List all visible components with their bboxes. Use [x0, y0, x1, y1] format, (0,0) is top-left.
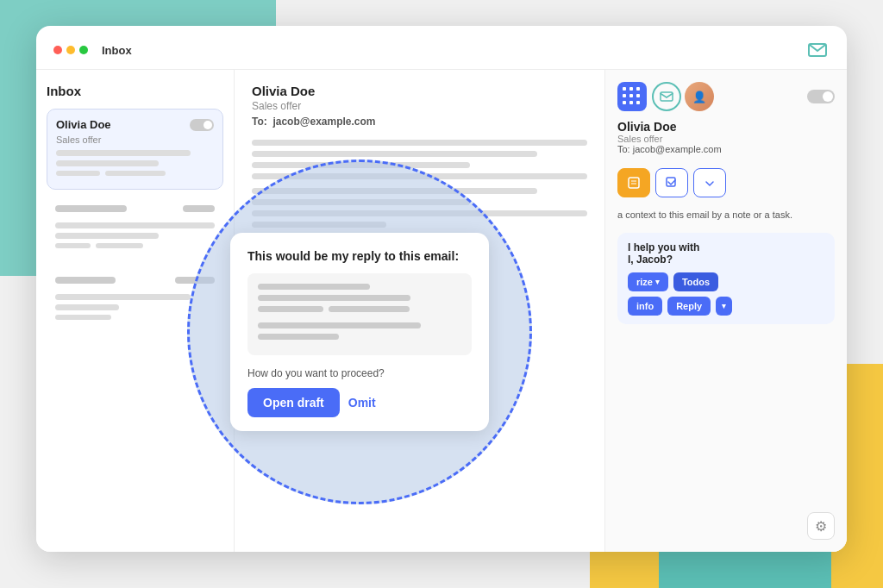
placeholder — [56, 171, 100, 176]
summarize-button[interactable]: rize ▾ — [628, 272, 668, 291]
reply-dropdown-button[interactable]: ▾ — [716, 297, 732, 316]
reply-caret: ▾ — [722, 302, 726, 310]
popup-card: This would be my reply to this email: Ho… — [230, 233, 489, 432]
placeholder — [258, 284, 370, 290]
placeholder — [55, 294, 191, 300]
crm-contact-info: Olivia Doe Sales offer To: jacob@example… — [617, 120, 835, 165]
to-label: To: — [252, 116, 267, 128]
check-icon-button[interactable] — [655, 168, 688, 197]
placeholder — [258, 295, 410, 301]
placeholder — [55, 304, 119, 310]
grid-icon — [623, 87, 642, 106]
traffic-lights — [53, 46, 88, 54]
crm-header: 👤 — [617, 82, 835, 111]
placeholder — [55, 315, 111, 320]
crm-action-icons — [617, 168, 835, 197]
email-item-2[interactable] — [47, 197, 223, 261]
omit-button[interactable]: Omit — [348, 396, 376, 410]
gear-button[interactable]: ⚙ — [807, 512, 835, 540]
user-avatar: 👤 — [685, 82, 714, 111]
svg-rect-2 — [629, 178, 639, 188]
mail-header-icon — [805, 38, 830, 62]
open-draft-button[interactable]: Open draft — [247, 388, 340, 417]
email-toggle[interactable] — [190, 119, 214, 131]
popup-actions: Open draft Omit — [247, 388, 472, 417]
crm-toggle[interactable] — [807, 90, 835, 103]
placeholder — [55, 222, 215, 228]
email-item-olivia[interactable]: Olivia Doe Sales offer — [47, 109, 223, 190]
crm-contact-email: To: jacob@example.com — [617, 144, 722, 154]
placeholder — [252, 151, 537, 157]
minimize-button[interactable] — [66, 46, 75, 54]
placeholder — [258, 306, 323, 312]
crm-actions-row1: rize ▾ Todos — [628, 272, 824, 291]
info-button[interactable]: info — [628, 297, 662, 316]
detail-sender: Olivia Doe — [252, 84, 587, 98]
placeholder — [55, 243, 91, 248]
crm-contact-name: Olivia Doe — [617, 120, 722, 134]
close-button[interactable] — [53, 46, 62, 54]
note-icon-button[interactable] — [617, 168, 650, 197]
popup-body-area — [247, 273, 472, 355]
placeholder — [258, 322, 421, 328]
placeholder — [258, 334, 339, 340]
main-window: Inbox Inbox Olivia Doe Sales offer — [36, 26, 847, 552]
detail-subject: Sales offer — [252, 100, 587, 112]
to-value: jacob@example.com — [272, 116, 375, 128]
detail-to: To: jacob@example.com — [252, 116, 587, 128]
placeholder — [96, 243, 144, 248]
reply-button[interactable]: Reply — [667, 297, 711, 316]
placeholder — [252, 140, 587, 146]
crm-ai-title: l help you withl, Jacob? — [628, 241, 824, 266]
placeholder — [329, 306, 410, 312]
sidebar-title: Inbox — [47, 84, 223, 98]
placeholder — [56, 160, 159, 166]
placeholder — [105, 171, 166, 176]
title-bar: Inbox — [36, 26, 847, 70]
dropdown-icon-button[interactable] — [693, 168, 726, 197]
placeholder — [56, 150, 191, 156]
svg-rect-1 — [661, 92, 673, 101]
email-item-header: Olivia Doe — [56, 118, 214, 131]
mail-circle-button[interactable] — [652, 82, 681, 111]
email-subject: Sales offer — [56, 134, 214, 145]
popup-overlay: This would be my reply to this email: Ho… — [187, 160, 532, 504]
todos-button[interactable]: Todos — [673, 272, 718, 291]
crm-panel: 👤 Olivia Doe Sales offer To: jacob@examp… — [605, 70, 847, 552]
crm-actions-row2: info Reply ▾ — [628, 297, 824, 316]
window-title: Inbox — [102, 44, 798, 57]
crm-ai-box: l help you withl, Jacob? rize ▾ Todos in… — [617, 233, 835, 324]
placeholder — [55, 233, 159, 239]
crm-contact-subject: Sales offer — [617, 134, 722, 144]
crm-note-text: a context to this email by a note or a t… — [617, 208, 835, 222]
popup-question: How do you want to proceed? — [247, 367, 472, 379]
popup-title: This would be my reply to this email: — [247, 248, 472, 266]
summarize-caret: ▾ — [655, 278, 660, 286]
maximize-button[interactable] — [79, 46, 88, 54]
grid-icon-button[interactable] — [617, 82, 647, 111]
email-sender-name: Olivia Doe — [56, 118, 111, 131]
